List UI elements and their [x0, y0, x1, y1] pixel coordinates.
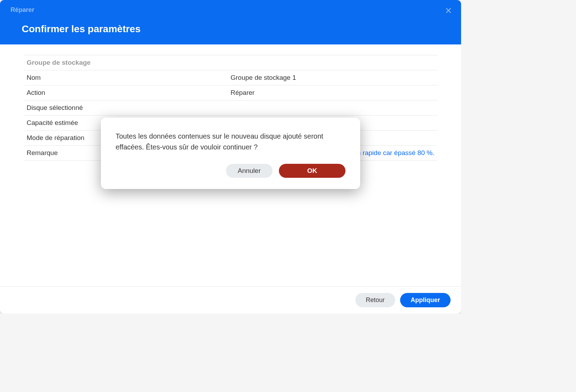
cancel-button[interactable]: Annuler	[226, 164, 273, 178]
confirmation-dialog: Toutes les données contenues sur le nouv…	[101, 118, 360, 189]
modal-overlay: Toutes les données contenues sur le nouv…	[0, 0, 461, 314]
dialog-message: Toutes les données contenues sur le nouv…	[116, 131, 345, 153]
dialog-buttons: Annuler OK	[116, 164, 345, 178]
ok-button[interactable]: OK	[279, 164, 345, 178]
